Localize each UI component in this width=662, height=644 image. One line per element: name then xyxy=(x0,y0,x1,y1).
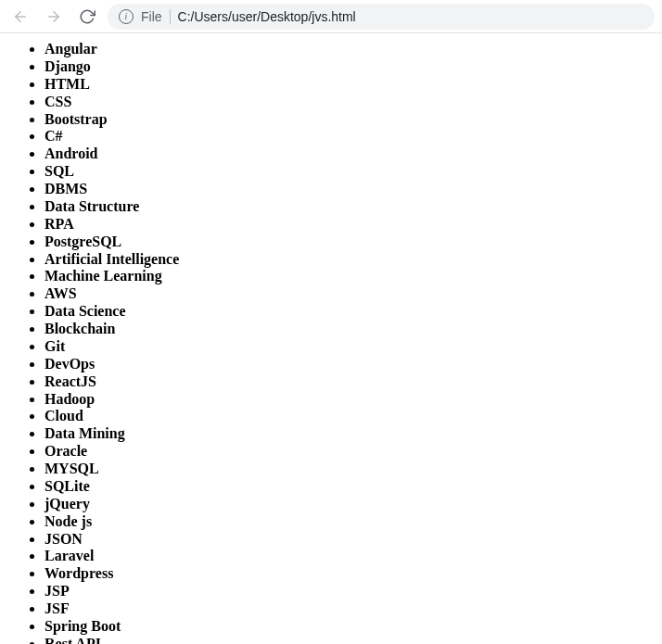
info-icon[interactable]: i xyxy=(119,9,134,24)
browser-toolbar: i File C:/Users/user/Desktop/jvs.html xyxy=(0,0,662,33)
forward-button[interactable] xyxy=(41,4,67,30)
list-item: Cloud xyxy=(45,408,655,425)
list-item: Blockchain xyxy=(45,321,655,338)
list-item: Node js xyxy=(45,513,655,531)
list-item: Hadoop xyxy=(45,391,655,409)
list-item: CSS xyxy=(45,94,655,111)
url-text: C:/Users/user/Desktop/jvs.html xyxy=(178,9,356,24)
back-button[interactable] xyxy=(7,4,33,30)
list-item: JSF xyxy=(45,600,655,618)
list-item: Data Structure xyxy=(45,198,655,216)
list-item: AWS xyxy=(45,285,655,303)
list-item: Bootstrap xyxy=(45,111,655,129)
reload-icon xyxy=(79,8,95,25)
arrow-right-icon xyxy=(45,8,62,25)
page-content: AngularDjangoHTMLCSSBootstrapC#AndroidSQ… xyxy=(0,33,662,644)
address-divider xyxy=(170,9,171,24)
list-item: Data Science xyxy=(45,303,655,321)
list-item: PostgreSQL xyxy=(45,234,655,251)
list-item: JSON xyxy=(45,531,655,549)
list-item: HTML xyxy=(45,76,655,94)
list-item: SQL xyxy=(45,163,655,181)
list-item: Rest API xyxy=(45,636,655,644)
list-item: JSP xyxy=(45,583,655,600)
list-item: Git xyxy=(45,338,655,356)
technology-list: AngularDjangoHTMLCSSBootstrapC#AndroidSQ… xyxy=(7,41,655,644)
list-item: Artificial Intelligence xyxy=(45,251,655,269)
list-item: MYSQL xyxy=(45,461,655,478)
list-item: ReactJS xyxy=(45,373,655,391)
list-item: Data Mining xyxy=(45,425,655,443)
list-item: DBMS xyxy=(45,181,655,198)
reload-button[interactable] xyxy=(74,4,100,30)
list-item: DevOps xyxy=(45,356,655,373)
list-item: Laravel xyxy=(45,548,655,565)
address-bar[interactable]: i File C:/Users/user/Desktop/jvs.html xyxy=(108,4,655,30)
list-item: C# xyxy=(45,128,655,145)
list-item: SQLite xyxy=(45,478,655,496)
list-item: Angular xyxy=(45,41,655,58)
file-scheme-label: File xyxy=(141,9,162,24)
list-item: Android xyxy=(45,145,655,163)
list-item: Spring Boot xyxy=(45,618,655,636)
arrow-left-icon xyxy=(12,8,29,25)
list-item: Wordpress xyxy=(45,565,655,583)
list-item: Machine Learning xyxy=(45,268,655,285)
list-item: jQuery xyxy=(45,496,655,513)
list-item: Oracle xyxy=(45,443,655,461)
list-item: RPA xyxy=(45,216,655,234)
list-item: Django xyxy=(45,58,655,76)
